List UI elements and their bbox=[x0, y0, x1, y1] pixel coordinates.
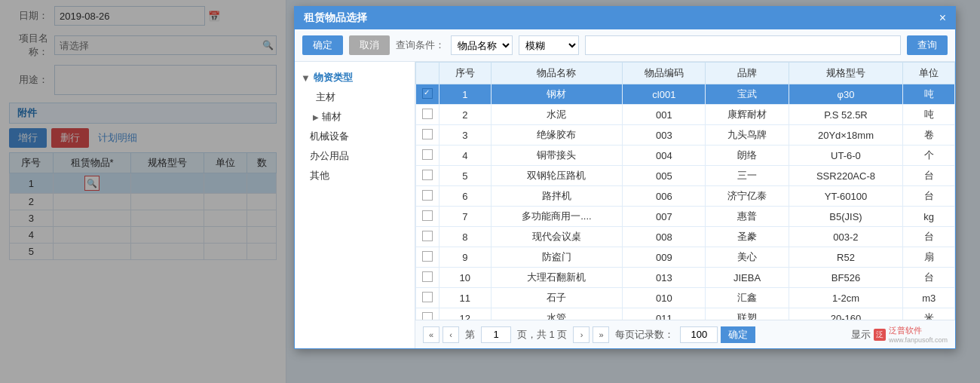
next-page-button[interactable]: › bbox=[573, 326, 590, 343]
row-unit: 卷 bbox=[903, 125, 955, 146]
row-spec: 1-2cm bbox=[789, 288, 903, 308]
row-no: 8 bbox=[439, 227, 492, 247]
row-checkbox-cell[interactable] bbox=[416, 166, 439, 186]
checkbox-unchecked[interactable] bbox=[422, 271, 433, 282]
row-checkbox-cell[interactable] bbox=[416, 308, 439, 320]
dialog-cancel-button[interactable]: 取消 bbox=[349, 35, 390, 55]
row-checkbox-cell[interactable] bbox=[416, 268, 439, 288]
row-spec: BF526 bbox=[789, 268, 903, 288]
row-brand: 朗络 bbox=[706, 146, 789, 166]
row-checkbox-cell[interactable] bbox=[416, 146, 439, 166]
checkbox-unchecked[interactable] bbox=[422, 129, 433, 139]
dialog-body: ▼ 物资类型 主材 ▶ 辅材 机械设备 办公用品 其他 序号 物 bbox=[295, 62, 955, 348]
condition-select[interactable]: 物品名称 物品编码 品牌 bbox=[451, 35, 513, 55]
th-no: 序号 bbox=[439, 63, 492, 84]
th-spec: 规格型号 bbox=[789, 63, 903, 84]
row-spec: R52 bbox=[789, 247, 903, 268]
row-brand: 济宁亿泰 bbox=[706, 186, 789, 207]
table-row[interactable]: 2 水泥 001 康辉耐材 P.S 52.5R 吨 bbox=[416, 105, 955, 125]
search-input[interactable] bbox=[585, 35, 901, 55]
tree-item-machinery[interactable]: 机械设备 bbox=[295, 127, 415, 146]
tree-item-main[interactable]: 主材 bbox=[295, 87, 415, 107]
row-name: 多功能商用一.... bbox=[491, 207, 623, 227]
checkbox-unchecked[interactable] bbox=[422, 312, 433, 320]
row-checkbox-cell[interactable] bbox=[416, 288, 439, 308]
row-code: 001 bbox=[623, 105, 706, 125]
tree-sub-arrow: ▶ bbox=[313, 113, 319, 121]
table-row[interactable]: 4 铜带接头 004 朗络 UT-6-0 个 bbox=[416, 146, 955, 166]
checkbox-unchecked[interactable] bbox=[422, 292, 433, 302]
row-no: 7 bbox=[439, 207, 492, 227]
row-unit: kg bbox=[903, 207, 955, 227]
row-code: 006 bbox=[623, 186, 706, 207]
data-table-wrap[interactable]: 序号 物品名称 物品编码 品牌 规格型号 单位 1 钢材 cl001 宝武 φ3… bbox=[415, 62, 955, 320]
row-spec: 003-2 bbox=[789, 227, 903, 247]
row-spec: 20Yd×18mm bbox=[789, 125, 903, 146]
dialog-confirm-button[interactable]: 确定 bbox=[302, 35, 343, 55]
row-no: 4 bbox=[439, 146, 492, 166]
table-row[interactable]: 9 防盗门 009 美心 R52 扇 bbox=[416, 247, 955, 268]
row-code: 003 bbox=[623, 125, 706, 146]
row-checkbox-cell[interactable] bbox=[416, 84, 439, 105]
table-row[interactable]: 3 绝缘胶布 003 九头鸟牌 20Yd×18mm 卷 bbox=[416, 125, 955, 146]
table-row[interactable]: 1 钢材 cl001 宝武 φ30 吨 bbox=[416, 84, 955, 105]
row-unit: m3 bbox=[903, 288, 955, 308]
table-row[interactable]: 11 石子 010 汇鑫 1-2cm m3 bbox=[416, 288, 955, 308]
checkbox-unchecked[interactable] bbox=[422, 210, 433, 221]
row-no: 1 bbox=[439, 84, 492, 105]
tree-panel: ▼ 物资类型 主材 ▶ 辅材 机械设备 办公用品 其他 bbox=[295, 62, 415, 348]
row-name: 铜带接头 bbox=[491, 146, 623, 166]
row-unit: 吨 bbox=[903, 84, 955, 105]
table-row[interactable]: 6 路拌机 006 济宁亿泰 YT-60100 台 bbox=[416, 186, 955, 207]
row-unit: 台 bbox=[903, 227, 955, 247]
th-checkbox bbox=[416, 63, 439, 84]
checkbox-unchecked[interactable] bbox=[422, 149, 433, 160]
table-row[interactable]: 7 多功能商用一.... 007 惠普 B5(JIS) kg bbox=[416, 207, 955, 227]
row-unit: 台 bbox=[903, 268, 955, 288]
row-name: 大理石翻新机 bbox=[491, 268, 623, 288]
checkbox-unchecked[interactable] bbox=[422, 170, 433, 180]
mode-select[interactable]: 模糊 精确 bbox=[519, 35, 579, 55]
row-brand: 美心 bbox=[706, 247, 789, 268]
checkbox-unchecked[interactable] bbox=[422, 109, 433, 119]
row-checkbox-cell[interactable] bbox=[416, 125, 439, 146]
table-row[interactable]: 8 现代会议桌 008 圣豢 003-2 台 bbox=[416, 227, 955, 247]
row-checkbox-cell[interactable] bbox=[416, 247, 439, 268]
row-checkbox-cell[interactable] bbox=[416, 207, 439, 227]
row-no: 10 bbox=[439, 268, 492, 288]
row-checkbox-cell[interactable] bbox=[416, 227, 439, 247]
tree-item-sub[interactable]: ▶ 辅材 bbox=[295, 107, 415, 127]
tree-root[interactable]: ▼ 物资类型 bbox=[295, 68, 415, 87]
row-checkbox-cell[interactable] bbox=[416, 186, 439, 207]
checkbox-unchecked[interactable] bbox=[422, 231, 433, 241]
tree-item-other[interactable]: 其他 bbox=[295, 166, 415, 185]
first-page-button[interactable]: « bbox=[423, 326, 439, 343]
tree-root-arrow: ▼ bbox=[301, 72, 311, 84]
table-row[interactable]: 12 水管 011 联塑 20-160 米 bbox=[416, 308, 955, 320]
row-brand: 汇鑫 bbox=[706, 288, 789, 308]
tree-item-office[interactable]: 办公用品 bbox=[295, 146, 415, 166]
last-page-button[interactable]: » bbox=[593, 326, 609, 343]
row-spec: YT-60100 bbox=[789, 186, 903, 207]
checkbox-unchecked[interactable] bbox=[422, 251, 433, 262]
logo-sub: www.fanpusoft.com bbox=[889, 336, 948, 344]
checkbox-checked[interactable] bbox=[422, 88, 433, 99]
tree-root-label: 物资类型 bbox=[314, 71, 353, 84]
display-area: 显示 泛 泛普软件 www.fanpusoft.com bbox=[851, 325, 948, 344]
row-checkbox-cell[interactable] bbox=[416, 105, 439, 125]
dialog-close-button[interactable]: × bbox=[939, 12, 946, 24]
prev-page-button[interactable]: ‹ bbox=[443, 326, 459, 343]
row-name: 防盗门 bbox=[491, 247, 623, 268]
logo-icon: 泛 bbox=[874, 329, 886, 341]
pagination-confirm-button[interactable]: 确定 bbox=[721, 326, 755, 343]
query-button[interactable]: 查询 bbox=[907, 35, 948, 55]
row-brand: 九头鸟牌 bbox=[706, 125, 789, 146]
records-per-page-input[interactable] bbox=[680, 326, 718, 343]
table-panel: 序号 物品名称 物品编码 品牌 规格型号 单位 1 钢材 cl001 宝武 φ3… bbox=[415, 62, 955, 348]
checkbox-unchecked[interactable] bbox=[422, 190, 433, 201]
row-name: 钢材 bbox=[491, 84, 623, 105]
table-row[interactable]: 10 大理石翻新机 013 JIEBA BF526 台 bbox=[416, 268, 955, 288]
page-number-input[interactable] bbox=[481, 326, 511, 343]
table-row[interactable]: 5 双钢轮压路机 005 三一 SSR220AC-8 台 bbox=[416, 166, 955, 186]
row-no: 2 bbox=[439, 105, 492, 125]
